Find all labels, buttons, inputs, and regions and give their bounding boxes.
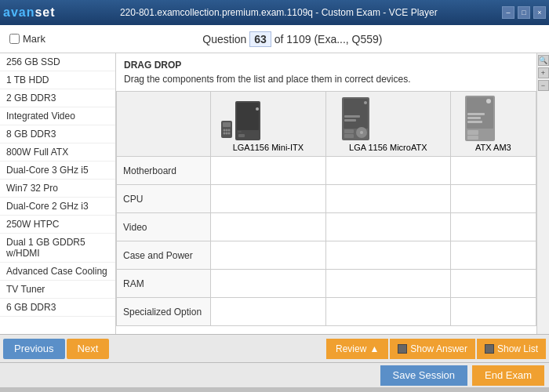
component-item[interactable]: 2 GB DDR3 [0, 89, 115, 107]
component-item[interactable]: Dual 1 GB GDDR5 w/HDMI [0, 234, 115, 263]
col-header-mini-itx: LGA1156 Mini-ITX [211, 92, 326, 157]
svg-point-7 [227, 132, 230, 134]
previous-button[interactable]: Previous [3, 339, 65, 359]
component-item[interactable]: 8 GB DDR3 [0, 125, 115, 143]
scroll-minus-button[interactable]: − [538, 80, 549, 91]
svg-point-4 [227, 129, 230, 131]
show-answer-checkbox [398, 344, 407, 354]
component-item[interactable]: 800W Full ATX [0, 143, 115, 162]
drop-zone[interactable] [211, 298, 326, 326]
minimize-button[interactable]: – [502, 6, 514, 19]
scroll-search-icon[interactable]: 🔍 [538, 55, 549, 66]
window-title: 220-801.examcollection.premium.exam.1109… [120, 7, 438, 18]
question-label: Question [202, 33, 246, 45]
svg-point-21 [360, 131, 363, 134]
table-row: RAM [117, 270, 536, 298]
review-dropdown-icon: ▲ [369, 343, 379, 354]
svg-rect-16 [344, 134, 354, 138]
component-item[interactable]: Advanced Case Cooling [0, 263, 115, 281]
svg-point-26 [486, 99, 491, 103]
question-type: DRAG DROP [116, 53, 536, 74]
svg-rect-25 [467, 136, 478, 140]
col-microatx-label: LGA 1156 MicroATX [349, 143, 427, 152]
drop-zone[interactable] [325, 298, 450, 326]
component-item[interactable]: 250W HTPC [0, 216, 115, 234]
svg-point-6 [225, 132, 227, 134]
review-label: Review [336, 343, 366, 354]
drop-zone[interactable] [211, 157, 326, 185]
svg-rect-9 [237, 103, 259, 130]
mark-section[interactable]: Mark [9, 33, 45, 45]
bottom-row: Save Session End Exam [0, 362, 549, 387]
svg-rect-10 [238, 134, 245, 137]
drop-zone[interactable] [211, 213, 326, 241]
right-scrollbar: 🔍 + − [536, 53, 549, 334]
drop-zone[interactable] [450, 270, 536, 298]
component-item[interactable]: Dual-Core 2 GHz i3 [0, 198, 115, 216]
drop-zone[interactable] [325, 270, 450, 298]
col-atx-label: ATX AM3 [475, 143, 511, 152]
svg-rect-15 [344, 129, 354, 133]
svg-rect-1 [223, 122, 231, 127]
bottom-toolbar: Previous Next Review ▲ Show Answer Show … [0, 334, 549, 362]
show-answer-label: Show Answer [410, 343, 467, 354]
review-button[interactable]: Review ▲ [326, 339, 388, 359]
component-item[interactable]: Integrated Video [0, 107, 115, 125]
maximize-button[interactable]: □ [518, 6, 530, 19]
question-info: Question 63 of 1109 (Exa..., Q559) [45, 33, 540, 45]
mark-checkbox[interactable] [9, 34, 20, 44]
component-item[interactable]: 256 GB SSD [0, 53, 115, 71]
drop-zone[interactable] [325, 157, 450, 185]
table-row: Motherboard [117, 157, 536, 185]
drop-zone[interactable] [211, 185, 326, 213]
row-label: Motherboard [117, 157, 211, 185]
window-controls[interactable]: – □ × [502, 6, 546, 19]
question-text-area: DRAG DROP Drag the components from the l… [116, 53, 536, 334]
next-button[interactable]: Next [67, 339, 110, 359]
drag-drop-table: LGA1156 Mini-ITX [116, 91, 536, 326]
save-session-button[interactable]: Save Session [380, 365, 468, 386]
drop-zone[interactable] [325, 185, 450, 213]
svg-point-3 [225, 129, 227, 131]
drop-zone[interactable] [325, 241, 450, 270]
component-item[interactable]: 6 GB DDR3 [0, 299, 115, 317]
drop-zone[interactable] [211, 270, 326, 298]
app-logo: avanset [3, 5, 56, 20]
component-item[interactable]: TV Tuner [0, 281, 115, 299]
drop-zone[interactable] [450, 298, 536, 326]
drop-zone[interactable] [450, 157, 536, 185]
question-instruction: Drag the components from the list and pl… [116, 74, 536, 91]
row-label: RAM [117, 270, 211, 298]
show-list-checkbox [485, 344, 494, 354]
drop-zone[interactable] [450, 213, 536, 241]
mark-label: Mark [23, 33, 45, 45]
component-item[interactable]: Dual-Core 3 GHz i5 [0, 162, 115, 180]
svg-point-5 [223, 132, 225, 134]
show-answer-button[interactable]: Show Answer [390, 339, 475, 359]
question-total: of 1109 [274, 33, 311, 45]
drop-zone[interactable] [211, 241, 326, 270]
row-label: Case and Power [117, 241, 211, 270]
title-bar: avanset 220-801.examcollection.premium.e… [0, 0, 549, 25]
scroll-plus-button[interactable]: + [538, 67, 549, 78]
drop-zone[interactable] [450, 241, 536, 270]
question-meta: (Exa..., Q559) [314, 33, 382, 45]
svg-rect-24 [467, 130, 478, 135]
col-mini-itx-label: LGA1156 Mini-ITX [233, 143, 304, 152]
row-label: Specialized Option [117, 298, 211, 326]
end-exam-button[interactable]: End Exam [472, 365, 544, 386]
svg-point-11 [256, 107, 259, 111]
component-item[interactable]: Win7 32 Pro [0, 180, 115, 198]
drop-zone[interactable] [450, 185, 536, 213]
close-button[interactable]: × [533, 6, 546, 19]
question-header: Mark Question 63 of 1109 (Exa..., Q559) [0, 25, 549, 53]
svg-rect-28 [467, 117, 481, 119]
drop-zone[interactable] [325, 213, 450, 241]
drag-table-container: LGA1156 Mini-ITX [116, 91, 536, 334]
row-label: Video [117, 213, 211, 241]
component-item[interactable]: 1 TB HDD [0, 71, 115, 89]
show-list-button[interactable]: Show List [477, 339, 546, 359]
svg-rect-19 [344, 119, 356, 122]
table-row: Case and Power [117, 241, 536, 270]
content-area: 256 GB SSD1 TB HDD2 GB DDR3Integrated Vi… [0, 53, 549, 334]
